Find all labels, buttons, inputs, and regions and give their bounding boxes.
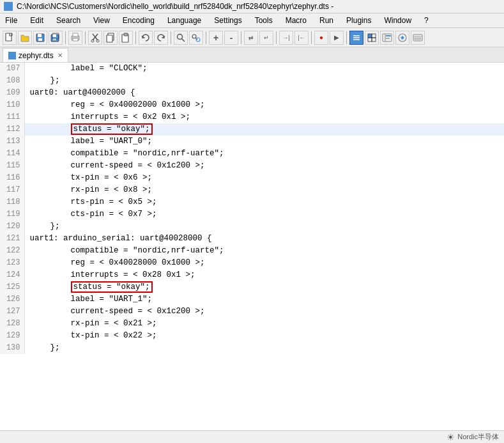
table-row: 127current-speed = < 0x1c200 >; [0, 306, 504, 318]
print-button[interactable] [68, 31, 82, 45]
line-number: 117 [0, 184, 24, 196]
code-line: interrupts = < 0x28 0x1 >; [24, 269, 504, 281]
line-number: 113 [0, 136, 24, 148]
menu-file[interactable]: File [3, 15, 20, 26]
code-line: }; [24, 342, 504, 354]
paste-button[interactable] [119, 31, 133, 45]
new-file-button[interactable] [3, 31, 17, 45]
extra-btn5[interactable] [411, 31, 425, 45]
toolbar-sep-7 [276, 31, 277, 44]
line-number: 110 [0, 99, 24, 111]
table-row: 109uart0: uart@40002000 { [0, 87, 504, 99]
menu-run[interactable]: Run [317, 15, 336, 26]
table-row: 129tx-pin = < 0x22 >; [0, 330, 504, 342]
table-row: 111interrupts = < 0x2 0x1 >; [0, 111, 504, 123]
code-line: label = "CLOCK"; [24, 63, 504, 75]
svg-rect-29 [372, 34, 376, 38]
menu-search[interactable]: Search [54, 15, 83, 26]
table-row: 130}; [0, 342, 504, 354]
svg-rect-35 [386, 38, 390, 39]
line-number: 126 [0, 293, 24, 306]
zoom-in-button[interactable]: + [209, 31, 223, 45]
table-row: 128rx-pin = < 0x21 >; [0, 318, 504, 330]
table-row: 112status = "okay"; [0, 123, 504, 136]
menu-view[interactable]: View [91, 15, 112, 26]
undo-button[interactable] [139, 31, 153, 45]
indent-button[interactable]: →| [279, 31, 293, 45]
code-line: cts-pin = < 0x7 >; [24, 208, 504, 221]
extra-btn3[interactable] [380, 31, 394, 45]
extra-btn1[interactable] [349, 31, 363, 45]
line-number: 116 [0, 172, 24, 184]
table-row: 117rx-pin = < 0x8 >; [0, 184, 504, 196]
menu-settings[interactable]: Settings [211, 15, 244, 26]
cut-button[interactable] [88, 31, 102, 45]
code-line: tx-pin = < 0x22 >; [24, 330, 504, 342]
svg-rect-5 [52, 35, 56, 37]
code-area: 107label = "CLOCK";108};109uart0: uart@4… [0, 63, 504, 354]
tab-close-button[interactable]: ✕ [57, 52, 63, 59]
table-row: 116tx-pin = < 0x6 >; [0, 172, 504, 184]
redo-button[interactable] [154, 31, 168, 45]
toolbar-sep-4 [171, 31, 171, 44]
replace-button[interactable] [189, 31, 203, 45]
zoom-out-button[interactable]: - [224, 31, 238, 45]
save-all-button[interactable] [49, 31, 63, 45]
tab-bar: zephyr.dts ✕ [0, 47, 504, 63]
sync-scroll-button[interactable]: ⇄ [244, 31, 258, 45]
menu-edit[interactable]: Edit [27, 15, 46, 26]
status-bar: ☀ Nordic半导体 [0, 430, 504, 443]
code-line: status = "okay"; [24, 281, 504, 293]
line-number: 118 [0, 196, 24, 208]
menu-plugins[interactable]: Plugins [344, 15, 374, 26]
extra-btn2[interactable] [365, 31, 379, 45]
word-wrap-button[interactable]: ↵ [259, 31, 273, 45]
line-number: 115 [0, 160, 24, 172]
svg-point-19 [178, 34, 183, 39]
svg-rect-9 [73, 33, 78, 36]
code-line: }; [24, 221, 504, 233]
open-file-button[interactable] [18, 31, 32, 45]
extra-btn4[interactable] [395, 31, 409, 45]
code-line: current-speed = < 0x1c200 >; [24, 306, 504, 318]
line-number: 107 [0, 63, 24, 75]
table-row: 119cts-pin = < 0x7 >; [0, 208, 504, 221]
toolbar-sep-6 [241, 31, 241, 44]
table-row: 110reg = < 0x40002000 0x1000 >; [0, 99, 504, 111]
code-line: compatible = "nordic,nrf-uarte"; [24, 245, 504, 257]
line-number: 123 [0, 257, 24, 269]
svg-rect-38 [415, 38, 421, 40]
watermark-icon: ☀ [447, 432, 455, 442]
table-row: 107label = "CLOCK"; [0, 63, 504, 75]
table-row: 124interrupts = < 0x28 0x1 >; [0, 269, 504, 281]
menu-encoding[interactable]: Encoding [120, 15, 157, 26]
line-number: 128 [0, 318, 24, 330]
tab-zephyr-dts[interactable]: zephyr.dts ✕ [3, 48, 68, 62]
find-button[interactable] [174, 31, 188, 45]
menu-macro[interactable]: Macro [283, 15, 309, 26]
line-number: 120 [0, 221, 24, 233]
save-button[interactable] [33, 31, 47, 45]
line-number: 109 [0, 87, 24, 99]
line-number: 108 [0, 75, 24, 87]
code-line: rx-pin = < 0x8 >; [24, 184, 504, 196]
menu-tools[interactable]: Tools [252, 15, 275, 26]
menu-help[interactable]: ? [422, 15, 431, 26]
code-line: reg = < 0x40028000 0x1000 >; [24, 257, 504, 269]
code-line: status = "okay"; [24, 123, 504, 136]
menu-window[interactable]: Window [381, 15, 414, 26]
table-row: 126label = "UART_1"; [0, 293, 504, 306]
line-number: 114 [0, 148, 24, 160]
copy-button[interactable] [103, 31, 118, 45]
macro-play-button[interactable]: ▶ [330, 31, 344, 45]
macro-record-button[interactable]: ● [314, 31, 328, 45]
app-icon [4, 2, 13, 11]
table-row: 123reg = < 0x40028000 0x1000 >; [0, 257, 504, 269]
unindent-button[interactable]: |← [294, 31, 309, 45]
svg-rect-34 [386, 35, 391, 36]
toolbar-sep-3 [135, 31, 136, 44]
table-row: 121uart1: arduino_serial: uart@40028000 … [0, 233, 504, 245]
menu-language[interactable]: Language [165, 15, 204, 26]
title-text: C:\Nordic\NCS\Customers\Nordic\hello_wor… [17, 2, 333, 11]
code-line: current-speed = < 0x1c200 >; [24, 160, 504, 172]
